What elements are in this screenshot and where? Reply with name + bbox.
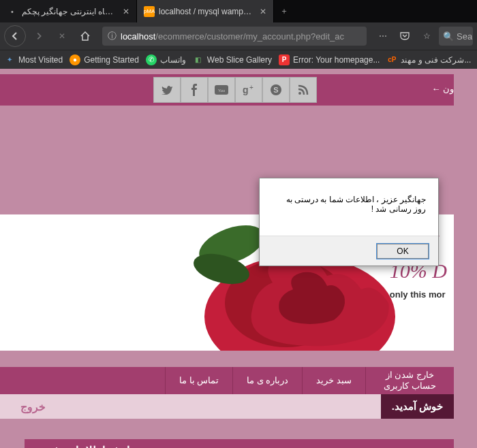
bookmark-most-visited[interactable]: ✦ Most Visited (4, 54, 63, 65)
welcome-text: خوش آمدید. (381, 394, 454, 419)
back-button[interactable] (4, 25, 26, 47)
banner-line3: only this mor (390, 289, 447, 300)
url-bar[interactable]: ⓘ localhost /ecommerce/customer/my_accou… (102, 27, 367, 46)
browser-tabbar: • فروشگاه اینترنتی جهانگیر پچکم ✕ pMA lo… (0, 0, 477, 22)
bookmark-getting-started[interactable]: ● Getting Started (70, 54, 139, 65)
alert-dialog: جهانگیر عزیز ، اطلاعات شما به درستی به ر… (259, 178, 439, 266)
pocket-icon-svg (399, 31, 410, 41)
info-icon[interactable]: ⓘ (108, 30, 117, 42)
favicon-pma-icon: pMA (144, 6, 155, 17)
cpanel-icon: cP (386, 54, 397, 65)
slice-icon: ◧ (193, 54, 204, 65)
menu-contact[interactable]: تماس با ما (165, 367, 232, 394)
star-icon[interactable]: ☆ (417, 27, 436, 46)
svg-text:g: g (243, 84, 249, 95)
browser-navbar: ✕ ⓘ localhost /ecommerce/customer/my_acc… (0, 22, 477, 50)
twitter-icon[interactable] (153, 77, 181, 103)
bookmark-label: شرکت فنی و مهند... (401, 55, 471, 65)
welcome-row: خوش آمدید. خروج (0, 394, 454, 419)
home-icon (80, 31, 91, 42)
tab-2[interactable]: pMA localhost / mysql wampserver | ph ✕ (137, 0, 274, 22)
url-host: localhost (121, 31, 155, 42)
menu-about[interactable]: درباره ی ما (232, 367, 302, 394)
search-placeholder: Sea (457, 31, 472, 42)
tab-title: فروشگاه اینترنتی جهانگیر پچکم (22, 7, 117, 16)
tab-1[interactable]: • فروشگاه اینترنتی جهانگیر پچکم ✕ (0, 0, 137, 22)
reload-button[interactable]: ✕ (52, 26, 72, 46)
edit-info-heading: ویرایش اطلاعات شخصی (25, 439, 454, 448)
bookmarks-bar: ✦ Most Visited ● Getting Started ✆ واتسا… (0, 50, 477, 69)
pocket-icon[interactable] (395, 27, 414, 46)
firefox-icon: ● (70, 54, 80, 65)
search-icon: 🔍 (443, 31, 454, 42)
bookmark-label: Most Visited (18, 55, 63, 65)
googleplus-icon[interactable]: g+ (235, 77, 262, 103)
favicon-dot-icon: • (7, 6, 18, 17)
bookmark-label: Getting Started (84, 55, 139, 65)
close-icon[interactable]: ✕ (260, 7, 266, 16)
menu-logout-account[interactable]: خارج شدن از حساب کاربری (365, 367, 454, 394)
rss-icon[interactable] (290, 77, 317, 103)
tab-title: localhost / mysql wampserver | ph (159, 7, 254, 16)
bookmark-label: واتساب (160, 55, 186, 65)
account-menu: خارج شدن از حساب کاربری سبد خرید درباره … (0, 367, 454, 394)
star-icon: ✦ (4, 54, 15, 65)
arrow-left-icon (10, 31, 20, 42)
p-icon: P (279, 54, 290, 65)
more-icon[interactable]: ⋯ (373, 27, 393, 46)
menu-cart[interactable]: سبد خرید (302, 367, 365, 394)
bookmark-web-slice[interactable]: ◧ Web Slice Gallery (193, 54, 272, 65)
alert-button-row: OK (260, 236, 438, 266)
search-bar[interactable]: 🔍 Sea (439, 27, 473, 46)
bookmark-label: Web Slice Gallery (207, 55, 272, 65)
svg-text:You: You (218, 89, 225, 93)
skype-icon[interactable]: S (262, 77, 290, 103)
close-icon[interactable]: ✕ (123, 7, 129, 16)
site-header: You g+ S ون ← (0, 74, 454, 106)
home-button[interactable] (75, 26, 95, 46)
svg-point-6 (298, 92, 301, 95)
new-tab-button[interactable]: ＋ (274, 0, 294, 22)
alert-ok-button[interactable]: OK (377, 244, 429, 259)
header-login-link[interactable]: ون ← (431, 84, 454, 94)
svg-text:+: + (249, 84, 253, 91)
alert-message: جهانگیر عزیز ، اطلاعات شما به درستی به ر… (260, 178, 438, 214)
url-path: /ecommerce/customer/my_account.php?edit_… (155, 31, 344, 42)
arrow-right-icon (34, 31, 44, 41)
facebook-icon[interactable] (181, 77, 208, 103)
svg-text:S: S (273, 86, 278, 94)
forward-button[interactable] (29, 26, 49, 46)
youtube-icon[interactable]: You (208, 77, 235, 103)
bookmark-error[interactable]: P Error: Your homepage... (279, 54, 380, 65)
whatsapp-icon: ✆ (146, 54, 157, 65)
logout-link[interactable]: خروج (0, 394, 381, 419)
bookmark-whatsapp[interactable]: ✆ واتساب (146, 54, 186, 65)
bookmark-label: Error: Your homepage... (293, 55, 380, 65)
bookmark-company[interactable]: cP شرکت فنی و مهند... (386, 54, 471, 65)
